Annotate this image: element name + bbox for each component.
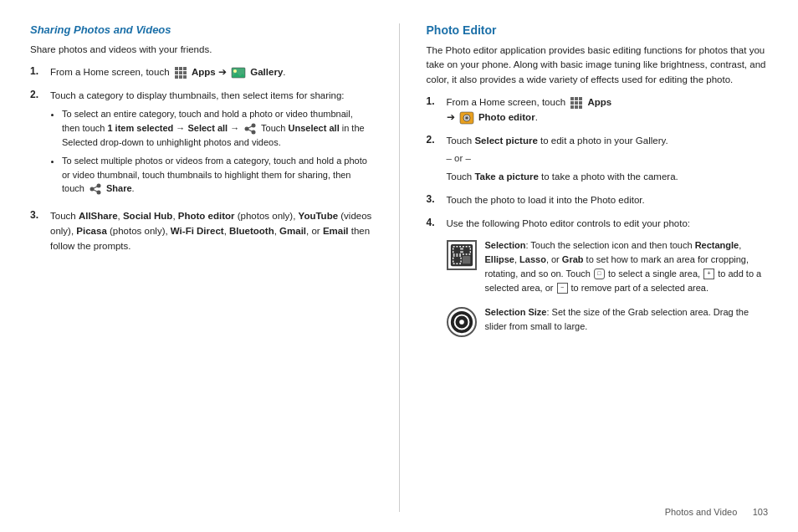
selection-item: Selection: Touch the selection icon and … bbox=[447, 238, 769, 295]
left-intro: Share photos and videos with your friend… bbox=[30, 43, 372, 57]
left-column: Sharing Photos and Videos Share photos a… bbox=[30, 23, 372, 512]
right-step-3-content: Touch the photo to load it into the Phot… bbox=[447, 193, 769, 208]
left-step-3: 3. Touch AllShare, Social Hub, Photo edi… bbox=[30, 209, 372, 253]
right-step-2: 2. Touch Select picture to edit a photo … bbox=[427, 134, 769, 185]
svg-rect-0 bbox=[175, 67, 178, 70]
right-step-4: 4. Use the following Photo editor contro… bbox=[427, 217, 769, 347]
right-step-1-content: From a Home screen, touch bbox=[447, 95, 769, 125]
svg-rect-23 bbox=[575, 97, 578, 100]
svg-rect-6 bbox=[175, 75, 178, 79]
left-step-1: 1. From a Home screen, touch bbox=[30, 65, 372, 80]
right-step-4-content: Use the following Photo editor controls … bbox=[447, 217, 769, 347]
right-step-3: 3. Touch the photo to load it into the P… bbox=[427, 193, 769, 208]
svg-rect-24 bbox=[579, 97, 582, 100]
bullet-2: To select multiple photos or videos from… bbox=[62, 154, 372, 196]
footer-label: Photos and Video bbox=[665, 507, 738, 517]
step-num-1: 1. bbox=[30, 65, 43, 77]
svg-point-42 bbox=[459, 320, 464, 325]
svg-rect-25 bbox=[570, 101, 574, 105]
gallery-icon bbox=[231, 65, 246, 80]
selection-size-item: Selection Size: Set the size of the Grab… bbox=[447, 305, 769, 337]
svg-rect-30 bbox=[579, 105, 582, 109]
svg-rect-39 bbox=[462, 256, 469, 263]
column-divider bbox=[399, 23, 400, 512]
selection-size-text: Selection Size: Set the size of the Grab… bbox=[485, 305, 769, 334]
selection-icon bbox=[447, 240, 477, 270]
photo-editor-icon bbox=[459, 110, 474, 125]
apps-label: Apps bbox=[192, 67, 216, 77]
share-icon-1 bbox=[243, 122, 257, 136]
bullet-1: To select an entire category, touch and … bbox=[62, 107, 372, 149]
right-step-num-4: 4. bbox=[427, 217, 440, 228]
svg-rect-7 bbox=[179, 75, 182, 79]
remove-area-icon: − bbox=[557, 283, 568, 294]
share-icon-2 bbox=[89, 182, 102, 196]
svg-rect-29 bbox=[575, 105, 578, 109]
svg-rect-2 bbox=[183, 67, 187, 70]
svg-rect-4 bbox=[179, 71, 182, 74]
svg-rect-3 bbox=[175, 71, 178, 74]
step-1-content: From a Home screen, touch bbox=[50, 65, 372, 80]
left-section-title: Sharing Photos and Videos bbox=[30, 23, 372, 36]
right-step-num-2: 2. bbox=[427, 134, 440, 146]
right-section-title: Photo Editor bbox=[427, 23, 769, 37]
selection-text: Selection: Touch the selection icon and … bbox=[485, 238, 769, 295]
or-separator: – or – bbox=[447, 151, 769, 166]
step-num-3: 3. bbox=[30, 209, 43, 221]
svg-rect-28 bbox=[570, 105, 574, 109]
right-intro: The Photo editor application provides ba… bbox=[427, 43, 769, 87]
step-2-bullets: To select an entire category, touch and … bbox=[50, 107, 372, 196]
svg-rect-1 bbox=[179, 67, 182, 70]
step-num-2: 2. bbox=[30, 89, 43, 100]
step-2-content: Touch a category to display thumbnails, … bbox=[50, 89, 372, 201]
selection-size-icon bbox=[447, 307, 477, 337]
step-3-content: Touch AllShare, Social Hub, Photo editor… bbox=[50, 209, 372, 253]
right-step-num-3: 3. bbox=[427, 193, 440, 205]
gallery-label: Gallery bbox=[250, 67, 283, 77]
page-footer: Photos and Video 103 bbox=[665, 507, 768, 517]
svg-point-34 bbox=[466, 117, 468, 119]
left-step-2: 2. Touch a category to display thumbnail… bbox=[30, 89, 372, 201]
right-column: Photo Editor The Photo editor applicatio… bbox=[427, 23, 769, 512]
svg-rect-8 bbox=[183, 75, 187, 79]
right-apps-icon bbox=[570, 96, 583, 110]
right-step-2-content: Touch Select picture to edit a photo in … bbox=[447, 134, 769, 185]
svg-rect-26 bbox=[575, 101, 578, 105]
right-step-num-1: 1. bbox=[427, 95, 440, 107]
svg-rect-5 bbox=[183, 71, 187, 74]
right-step-1: 1. From a Home screen, touch bbox=[427, 95, 769, 125]
svg-rect-27 bbox=[579, 101, 582, 105]
apps-icon bbox=[174, 66, 187, 79]
svg-point-10 bbox=[233, 69, 237, 73]
svg-rect-22 bbox=[570, 97, 574, 100]
select-area-icon: □ bbox=[594, 269, 605, 279]
add-area-icon: + bbox=[703, 269, 714, 279]
footer-page-number: 103 bbox=[753, 507, 768, 517]
